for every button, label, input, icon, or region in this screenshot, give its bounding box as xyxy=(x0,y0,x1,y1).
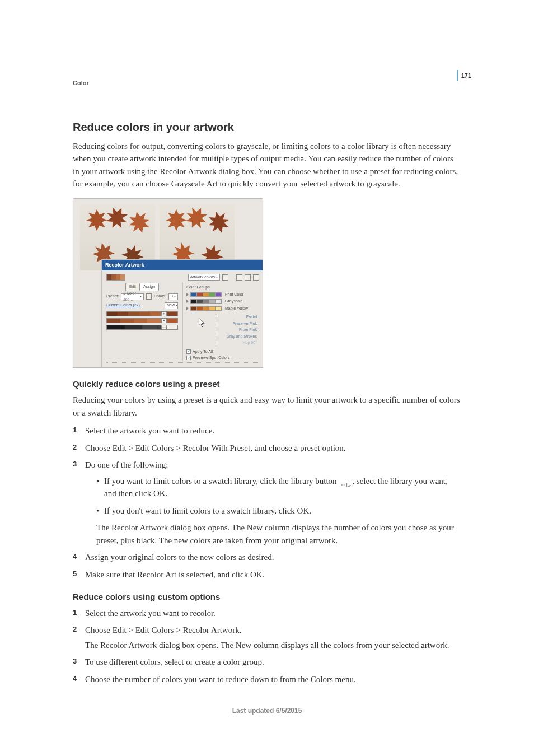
subheading-preset: Quickly reduce colors using a preset xyxy=(73,378,461,391)
current-colors-label: Current Colors (27) xyxy=(106,302,154,309)
color-group-name[interactable]: From Pink xyxy=(216,327,257,334)
dialog-title: Recolor Artwork xyxy=(102,260,263,271)
new-color-swatch[interactable] xyxy=(167,311,178,316)
page-number: 171 xyxy=(457,70,471,81)
tab-assign[interactable]: Assign xyxy=(139,283,159,291)
swatch[interactable] xyxy=(215,292,222,297)
preserve-spot-checkbox[interactable]: ✓ xyxy=(186,356,191,360)
assign-arrow-icon[interactable]: ▸ xyxy=(161,311,167,316)
color-group-name[interactable]: Pastel xyxy=(216,314,257,321)
apply-to-all-label: Apply To All xyxy=(193,349,213,355)
color-group-row[interactable]: Maple Yellow xyxy=(186,306,257,312)
figure-recolor-artwork: Recolor Artwork Artwork colors Edit Assi xyxy=(73,198,263,368)
color-group-name: Print Color xyxy=(225,292,243,298)
svg-rect-4 xyxy=(346,483,348,487)
new-select[interactable]: New xyxy=(165,302,178,309)
color-group-row[interactable]: Grayscale xyxy=(186,298,257,305)
new-color-swatch xyxy=(167,325,178,330)
list-item: Choose Edit > Edit Colors > Recolor With… xyxy=(73,442,461,455)
list-item: Make sure that Recolor Art is selected, … xyxy=(73,568,461,581)
preserve-spot-label: Preserve Spot Colors xyxy=(193,355,230,361)
expand-triangle-icon[interactable] xyxy=(186,300,189,303)
list-item: Select the artwork you want to recolor. xyxy=(73,607,461,620)
list-item: If you don't want to limit colors to a s… xyxy=(96,505,461,517)
get-colors-from-artwork-icon[interactable] xyxy=(222,274,228,281)
swatch[interactable] xyxy=(215,299,222,304)
color-row[interactable]: — xyxy=(106,325,178,330)
recolor-artwork-dialog: Recolor Artwork Artwork colors Edit Assi xyxy=(101,259,263,367)
color-reduction-options-icon[interactable] xyxy=(146,293,152,300)
color-row[interactable]: ▸ xyxy=(106,318,178,323)
color-group-row[interactable]: Print Color xyxy=(186,292,257,298)
color-row[interactable]: ▸ xyxy=(106,311,178,316)
expand-triangle-icon[interactable] xyxy=(186,293,189,296)
new-color-group-icon[interactable] xyxy=(236,274,242,281)
svg-rect-1 xyxy=(341,483,342,486)
list-item: Assign your original colors to the new c… xyxy=(73,551,461,564)
swatch[interactable] xyxy=(215,306,222,311)
assign-arrow-icon[interactable]: ▸ xyxy=(161,318,167,323)
apply-to-all-checkbox[interactable]: ✓ xyxy=(186,349,191,354)
section-heading-reduce-colors: Reduce colors in your artwork xyxy=(73,119,461,136)
color-group-name[interactable]: Hop 60° xyxy=(216,340,257,347)
step-note: The Recolor Artwork dialog box opens. Th… xyxy=(96,521,461,547)
library-button-icon xyxy=(340,479,351,485)
list-item: If you want to limit colors to a swatch … xyxy=(96,475,461,500)
steps-list-preset: Select the artwork you want to reduce. C… xyxy=(73,424,461,581)
preset-label: Preset: xyxy=(106,293,119,300)
save-color-group-icon[interactable] xyxy=(245,274,251,281)
steps-list-custom: Select the artwork you want to recolor. … xyxy=(73,607,461,686)
colors-label: Colors: xyxy=(154,293,166,300)
footer-last-updated: Last updated 6/5/2015 xyxy=(0,706,534,716)
new-color-swatch[interactable] xyxy=(167,318,178,323)
list-item: To use different colors, select or creat… xyxy=(73,656,461,669)
subheading-custom: Reduce colors using custom options xyxy=(73,591,461,604)
color-group-name[interactable]: Gray and Strokes xyxy=(216,334,257,340)
list-item: Choose Edit > Edit Colors > Recolor Artw… xyxy=(73,624,461,651)
preset-intro: Reducing your colors by using a preset i… xyxy=(73,394,461,419)
list-item: Choose the number of colors you want to … xyxy=(73,673,461,686)
intro-paragraph: Reducing colors for output, converting c… xyxy=(73,140,461,190)
delete-color-group-icon[interactable] xyxy=(253,274,259,281)
list-item: Do one of the following: If you want to … xyxy=(73,459,461,547)
list-item: Select the artwork you want to reduce. xyxy=(73,424,461,437)
step-note: The Recolor Artwork dialog box opens. Th… xyxy=(85,639,461,652)
expand-triangle-icon[interactable] xyxy=(186,307,189,310)
color-group-name[interactable]: Preserve Pink xyxy=(216,321,257,328)
tab-edit[interactable]: Edit xyxy=(125,283,139,291)
active-color-group-swatches[interactable] xyxy=(106,274,125,281)
color-group-name: Grayscale xyxy=(225,298,243,305)
color-group-name: Maple Yellow xyxy=(225,306,248,312)
colors-select[interactable]: 3 xyxy=(168,293,178,300)
svg-rect-2 xyxy=(343,483,344,486)
color-groups-label: Color Groups xyxy=(186,284,257,291)
artwork-colors-select[interactable]: Artwork colors xyxy=(188,274,220,281)
breadcrumb: Color xyxy=(73,78,461,88)
preset-select[interactable]: 3 Color Job... xyxy=(121,293,144,300)
assign-arrow-icon[interactable]: — xyxy=(161,325,167,330)
svg-rect-3 xyxy=(344,483,345,486)
cursor-icon xyxy=(198,318,206,328)
